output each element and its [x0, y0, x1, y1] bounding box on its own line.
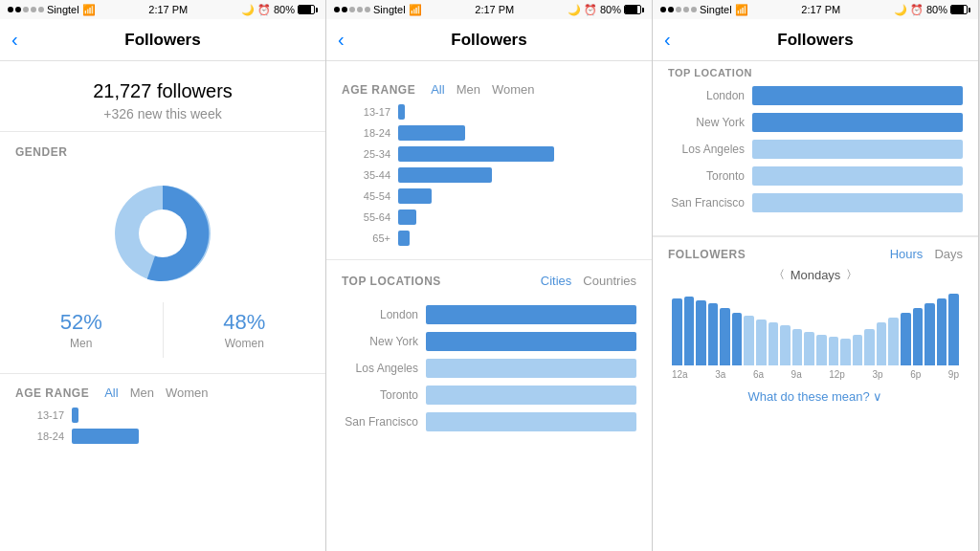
hour-bar-14 — [840, 339, 851, 365]
status-bar-1: Singtel 📶 2:17 PM 🌙 ⏰ 80% — [0, 0, 325, 19]
hour-bar-17 — [877, 322, 887, 365]
filter-all-2[interactable]: All — [431, 82, 444, 97]
hours-tab[interactable]: Hours — [890, 247, 924, 261]
women-legend: 48% Women — [164, 302, 326, 358]
men-legend: 52% Men — [0, 302, 164, 358]
wifi-icon-2: 📶 — [409, 4, 422, 16]
svg-point-1 — [139, 209, 187, 257]
city-la-2: Los Angeles — [342, 359, 636, 378]
hour-labels: 12a 3a 6a 9a 12p 3p 6p 9p — [668, 369, 963, 380]
battery-icon-3 — [950, 5, 970, 14]
hour-bar-2 — [696, 300, 706, 365]
time-2: 2:17 PM — [475, 4, 514, 15]
hour-bar-11 — [804, 332, 814, 365]
hour-bar-13 — [829, 337, 839, 365]
countries-tab[interactable]: Countries — [583, 274, 636, 288]
city-toronto-2: Toronto — [342, 386, 636, 405]
time-3: 2:17 PM — [801, 4, 840, 15]
filter-women-2[interactable]: Women — [492, 82, 535, 97]
city-london-3: London — [668, 86, 963, 105]
city-sf-2: San Francisco — [342, 412, 636, 431]
cities-chart-2: London New York Los Angeles Toronto San … — [326, 298, 652, 454]
followers-summary: 21,727 followers +326 new this week — [0, 61, 325, 132]
signal-3 — [660, 7, 697, 12]
age-range-header-2: AGE RANGE All Men Women — [342, 71, 636, 104]
bar-row-1824: 18-24 — [31, 429, 295, 444]
content-1: 21,727 followers +326 new this week GEND… — [0, 61, 325, 551]
bar-track-1824 — [72, 429, 295, 444]
next-day-arrow[interactable]: 〉 — [846, 267, 858, 283]
status-right-1: 🌙 ⏰ 80% — [241, 4, 318, 16]
battery-pct-1: 80% — [274, 4, 295, 15]
bar-fill-1317 — [72, 408, 78, 423]
filter-all-1[interactable]: All — [104, 386, 118, 400]
cities-chart-3: London New York Los Angeles Toronto San … — [653, 82, 978, 235]
cities-tab[interactable]: Cities — [541, 274, 572, 288]
day-nav: 〈 Mondays 〉 — [668, 267, 963, 283]
bar-label-1317: 13-17 — [31, 409, 64, 421]
content-3: TOP LOCATION London New York Los Angeles… — [653, 61, 978, 551]
filter-men-1[interactable]: Men — [130, 386, 154, 400]
city-newyork-2: New York — [342, 332, 636, 351]
bar-p2-4554: 45-54 — [357, 188, 621, 204]
header-2: ‹ Followers — [326, 19, 652, 61]
gender-label: GENDER — [0, 132, 325, 166]
carrier-3: Singtel — [700, 4, 732, 15]
age-range-title-2: AGE RANGE — [342, 83, 415, 97]
status-bar-2: Singtel 📶 2:17 PM 🌙 ⏰ 80% — [326, 0, 652, 19]
city-toronto-3: Toronto — [668, 166, 963, 186]
followers-count: 21,727 followers — [0, 80, 325, 102]
moon-icon-2: 🌙 — [568, 4, 581, 16]
loc-tabs: Cities Countries — [541, 274, 636, 288]
battery-pct-3: 80% — [926, 4, 947, 15]
carrier-1: Singtel — [47, 4, 79, 15]
age-bars-1: 13-17 18-24 — [15, 408, 310, 444]
hour-bar-8 — [768, 322, 779, 365]
panel-1: Singtel 📶 2:17 PM 🌙 ⏰ 80% ‹ Followers 21… — [0, 0, 326, 551]
alarm-icon-1: ⏰ — [257, 4, 271, 16]
status-right-3: 🌙 ⏰ 80% — [894, 4, 970, 16]
bar-p2-1824: 18-24 — [357, 125, 621, 141]
city-london-2: London — [342, 305, 636, 324]
men-pct: 52% — [60, 310, 102, 335]
city-la-3: Los Angeles — [668, 140, 963, 159]
back-button-3[interactable]: ‹ — [664, 29, 671, 51]
back-button-1[interactable]: ‹ — [11, 29, 18, 51]
day-name: Mondays — [791, 268, 841, 282]
bar-p2-3544: 35-44 — [357, 167, 621, 183]
hour-bar-5 — [732, 313, 743, 365]
wifi-icon-1: 📶 — [82, 4, 96, 16]
back-button-2[interactable]: ‹ — [338, 29, 345, 51]
time-tabs: Hours Days — [890, 247, 963, 261]
age-bars-2: 13-17 18-24 25-34 — [342, 104, 636, 246]
days-tab[interactable]: Days — [934, 247, 963, 261]
pie-chart — [105, 176, 220, 291]
title-1: Followers — [124, 31, 200, 50]
pie-legend: 52% Men 48% Women — [0, 302, 325, 358]
battery-icon-2 — [624, 5, 644, 14]
wifi-icon-3: 📶 — [735, 4, 748, 16]
prev-day-arrow[interactable]: 〈 — [773, 267, 785, 283]
bar-p2-1317: 13-17 — [357, 104, 621, 120]
hour-bar-18 — [888, 318, 899, 365]
carrier-2: Singtel — [373, 4, 406, 15]
filter-women-1[interactable]: Women — [166, 386, 209, 400]
what-link[interactable]: What do these mean? ∨ — [653, 380, 978, 413]
city-sf-3: San Francisco — [668, 193, 963, 212]
top-loc-title: TOP LOCATIONS — [342, 275, 441, 288]
followers-new: +326 new this week — [0, 106, 325, 121]
women-label: Women — [225, 337, 264, 350]
filter-men-2[interactable]: Men — [457, 82, 480, 97]
pie-container: 52% Men 48% Women — [0, 166, 325, 373]
bar-p2-5564: 55-64 — [357, 209, 621, 225]
hour-bar-4 — [720, 308, 730, 365]
signal-2 — [334, 7, 370, 12]
hour-bar-6 — [744, 316, 754, 365]
men-label: Men — [70, 337, 92, 350]
status-left-1: Singtel 📶 — [8, 4, 96, 16]
bar-fill-1824 — [72, 429, 139, 444]
hour-bar-7 — [756, 320, 767, 365]
age-range-section-1: AGE RANGE All Men Women 13-17 18-24 — [0, 374, 325, 465]
hourly-chart — [668, 289, 963, 365]
age-range-title-1: AGE RANGE — [15, 386, 89, 400]
